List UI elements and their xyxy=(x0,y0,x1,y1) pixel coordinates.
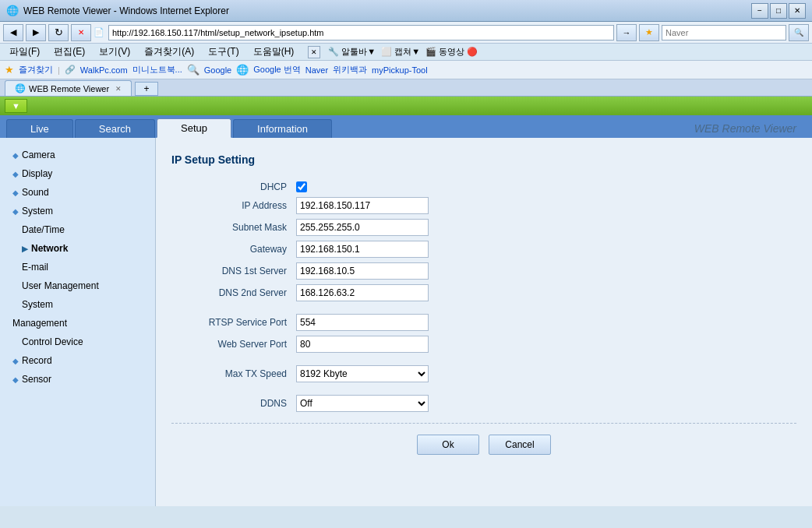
new-tab-button[interactable]: + xyxy=(135,82,158,96)
browser-tab-close[interactable]: ✕ xyxy=(115,85,122,93)
fav-mininote[interactable]: 미니노트북... xyxy=(132,64,182,76)
dhcp-checkbox[interactable] xyxy=(296,181,307,192)
favorites-label[interactable]: 즐겨찾기 xyxy=(19,64,53,76)
stop-button[interactable]: ✕ xyxy=(71,24,91,41)
sidebar-item-user-management[interactable]: User Management xyxy=(0,276,155,295)
dhcp-row: DHCP xyxy=(171,181,796,192)
gateway-input[interactable] xyxy=(296,241,429,258)
menu-edit[interactable]: 편집(E) xyxy=(48,44,91,60)
sidebar: ◆ Camera ◆ Display ◆ Sound ◆ System Date… xyxy=(0,138,156,506)
sidebar-label-datetime: Date/Time xyxy=(22,224,65,235)
refresh-button[interactable]: ↻ xyxy=(48,24,69,41)
search-go-button[interactable]: 🔍 xyxy=(789,24,809,41)
sidebar-item-network[interactable]: ▶ Network xyxy=(0,239,155,258)
rtsp-label: RTSP Service Port xyxy=(171,317,296,328)
dns1-input[interactable] xyxy=(296,262,429,280)
fav-walkpc[interactable]: WalkPc.com xyxy=(80,65,128,75)
dhcp-label: DHCP xyxy=(171,181,296,192)
tab-close-x[interactable]: ✕ xyxy=(308,46,320,58)
sidebar-item-display[interactable]: ◆ Display xyxy=(0,164,155,183)
address-bar: ◀ ▶ ↻ ✕ 📄 → ★ 🔍 xyxy=(0,22,812,44)
sidebar-item-datetime[interactable]: Date/Time xyxy=(0,220,155,239)
content-panel: IP Setup Setting DHCP IP Address Subnet … xyxy=(156,138,812,506)
sidebar-item-camera[interactable]: ◆ Camera xyxy=(0,146,155,164)
close-button[interactable]: ✕ xyxy=(789,3,806,19)
dns1-label: DNS 1st Server xyxy=(171,266,296,276)
system-bullet-icon: ◆ xyxy=(12,207,19,216)
maxtx-row: Max TX Speed 8192 Kbyte4096 Kbyte2048 Kb… xyxy=(171,365,796,382)
subnet-mask-label: Subnet Mask xyxy=(171,222,296,233)
sidebar-label-user-management: User Management xyxy=(22,280,99,291)
sidebar-item-system[interactable]: ◆ System xyxy=(0,202,155,220)
rtsp-row: RTSP Service Port xyxy=(171,314,796,331)
sidebar-item-system-sub[interactable]: System xyxy=(0,295,155,314)
menu-view[interactable]: 보기(V) xyxy=(93,44,136,60)
sidebar-item-sound[interactable]: ◆ Sound xyxy=(0,183,155,202)
menu-file[interactable]: 파일(F) xyxy=(3,44,46,60)
forward-button[interactable]: ▶ xyxy=(26,24,46,41)
status-indicator[interactable]: ▼ xyxy=(5,99,27,113)
dns2-row: DNS 2nd Server xyxy=(171,284,796,301)
browser-tab-icon: 🌐 xyxy=(15,83,26,93)
maxtx-select[interactable]: 8192 Kbyte4096 Kbyte2048 Kbyte1024 Kbyte xyxy=(296,365,429,382)
sidebar-item-management[interactable]: Management xyxy=(0,314,155,333)
fav-google[interactable]: Google xyxy=(204,65,231,75)
favorite-button[interactable]: ★ xyxy=(639,24,659,41)
tab-search[interactable]: Search xyxy=(75,119,155,138)
nav-tabs-bar: Live Search Setup Information WEB Remote… xyxy=(0,115,812,138)
dns2-input[interactable] xyxy=(296,284,429,301)
sidebar-label-system: System xyxy=(22,206,53,216)
ddns-select[interactable]: OffOn xyxy=(296,395,429,412)
sidebar-label-camera: Camera xyxy=(22,150,55,160)
web-port-row: Web Server Port xyxy=(171,336,796,353)
network-arrow-icon: ▶ xyxy=(22,245,28,253)
fav-google-translate[interactable]: Google 번역 xyxy=(253,64,301,76)
address-label: 📄 xyxy=(94,27,104,37)
tab-information[interactable]: Information xyxy=(233,119,332,138)
sidebar-item-sensor[interactable]: ◆ Sensor xyxy=(0,370,155,389)
back-button[interactable]: ◀ xyxy=(3,24,23,41)
title-bar-icon: 🌐 xyxy=(6,5,19,16)
title-bar-buttons: − □ ✕ xyxy=(751,3,806,19)
favorites-star: ★ xyxy=(5,64,14,76)
tab-setup[interactable]: Setup xyxy=(157,118,231,138)
rtsp-input[interactable] xyxy=(296,314,429,331)
dns1-row: DNS 1st Server xyxy=(171,262,796,280)
sidebar-label-sound: Sound xyxy=(22,187,49,198)
gateway-label: Gateway xyxy=(171,244,296,255)
sidebar-item-control-device[interactable]: Control Device xyxy=(0,333,155,351)
browser-tab[interactable]: 🌐 WEB Remote Viewer ✕ xyxy=(5,80,132,96)
fav-naver[interactable]: Naver xyxy=(305,65,328,75)
sidebar-item-record[interactable]: ◆ Record xyxy=(0,351,155,370)
menu-favorites[interactable]: 즐겨찾기(A) xyxy=(138,44,200,60)
sound-bullet-icon: ◆ xyxy=(12,188,19,197)
sidebar-label-management: Management xyxy=(12,318,67,329)
display-bullet-icon: ◆ xyxy=(12,170,19,178)
restore-button[interactable]: □ xyxy=(770,3,787,19)
address-input[interactable] xyxy=(108,25,614,40)
gateway-row: Gateway xyxy=(171,241,796,258)
form-divider xyxy=(171,423,796,424)
cancel-button[interactable]: Cancel xyxy=(489,435,551,455)
fav-wikipedia[interactable]: 위키백과 xyxy=(333,64,367,76)
sidebar-item-email[interactable]: E-mail xyxy=(0,258,155,276)
web-port-input[interactable] xyxy=(296,336,429,353)
minimize-button[interactable]: − xyxy=(751,3,768,19)
subnet-mask-row: Subnet Mask xyxy=(171,219,796,236)
section-title: IP Setup Setting xyxy=(171,153,796,169)
menu-bar: 파일(F) 편집(E) 보기(V) 즐겨찾기(A) 도구(T) 도움말(H) ✕… xyxy=(0,44,812,61)
camera-bullet-icon: ◆ xyxy=(12,151,19,160)
status-bar-top: ▼ xyxy=(0,97,812,115)
button-row: Ok Cancel xyxy=(171,435,796,455)
subnet-mask-input[interactable] xyxy=(296,219,429,236)
go-button[interactable]: → xyxy=(616,24,637,41)
ip-address-input[interactable] xyxy=(296,197,429,214)
title-bar-text: WEB Remote Viewer - Windows Internet Exp… xyxy=(23,5,751,16)
sidebar-label-record: Record xyxy=(22,355,52,366)
fav-mypickup[interactable]: myPickup-Tool xyxy=(372,65,428,75)
menu-help[interactable]: 도움말(H) xyxy=(247,44,301,60)
browser-search-input[interactable] xyxy=(662,25,786,40)
ok-button[interactable]: Ok xyxy=(417,435,479,455)
menu-tools[interactable]: 도구(T) xyxy=(202,44,245,60)
tab-live[interactable]: Live xyxy=(6,119,73,138)
